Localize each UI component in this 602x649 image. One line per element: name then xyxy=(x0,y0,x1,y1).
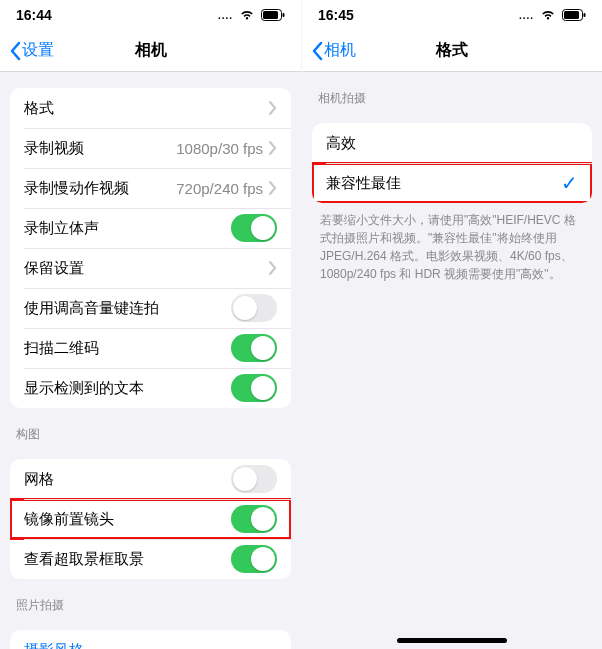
row-live-text[interactable]: 显示检测到的文本 xyxy=(10,368,291,408)
row-label: 查看超取景框取景 xyxy=(24,550,231,569)
row-label: 镜像前置镜头 xyxy=(24,510,231,529)
toggle-live-text[interactable] xyxy=(231,374,277,402)
status-time: 16:45 xyxy=(318,7,354,23)
row-label: 高效 xyxy=(326,134,578,153)
svg-rect-4 xyxy=(564,11,579,19)
row-volume-burst[interactable]: 使用调高音量键连拍 xyxy=(10,288,291,328)
content[interactable]: 格式 录制视频 1080p/30 fps 录制慢动作视频 720p/240 fp… xyxy=(0,72,301,649)
format-list: 高效 兼容性最佳 ✓ xyxy=(312,123,592,203)
chevron-right-icon xyxy=(269,141,277,155)
toggle-volume-burst[interactable] xyxy=(231,294,277,322)
settings-list-3: 摄影风格 xyxy=(10,630,291,649)
row-view-outside-frame[interactable]: 查看超取景框取景 xyxy=(10,539,291,579)
group-header-capture: 相机拍摄 xyxy=(302,72,602,113)
row-label: 兼容性最佳 xyxy=(326,174,561,193)
row-mirror-front[interactable]: 镜像前置镜头 xyxy=(10,499,291,539)
svg-rect-2 xyxy=(283,13,285,17)
toggle-grid[interactable] xyxy=(231,465,277,493)
row-label: 摄影风格 xyxy=(24,641,277,650)
format-settings-screen: 16:45 .... 相机 格式 相机拍摄 高效 兼容性最佳 ✓ 若要缩小文件大… xyxy=(301,0,602,649)
chevron-right-icon xyxy=(269,261,277,275)
toggle-scan-qr[interactable] xyxy=(231,334,277,362)
settings-list-1: 格式 录制视频 1080p/30 fps 录制慢动作视频 720p/240 fp… xyxy=(10,88,291,408)
wifi-icon xyxy=(540,9,556,21)
chevron-right-icon xyxy=(269,181,277,195)
toggle-stereo[interactable] xyxy=(231,214,277,242)
status-icons: .... xyxy=(218,9,285,21)
checkmark-icon: ✓ xyxy=(561,171,578,195)
row-stereo[interactable]: 录制立体声 xyxy=(10,208,291,248)
row-label: 录制视频 xyxy=(24,139,176,158)
svg-rect-5 xyxy=(584,13,586,17)
wifi-icon xyxy=(239,9,255,21)
row-label: 扫描二维码 xyxy=(24,339,231,358)
status-bar: 16:45 .... xyxy=(302,0,602,30)
row-grid[interactable]: 网格 xyxy=(10,459,291,499)
row-label: 格式 xyxy=(24,99,269,118)
camera-settings-screen: 16:44 .... 设置 相机 格式 录制视频 1080p/30 fps 录制 xyxy=(0,0,301,649)
footer-text: 若要缩小文件大小，请使用"高效"HEIF/HEVC 格式拍摄照片和视频。"兼容性… xyxy=(302,203,602,283)
row-high-efficiency[interactable]: 高效 xyxy=(312,123,592,163)
row-label: 网格 xyxy=(24,470,231,489)
row-preserve[interactable]: 保留设置 xyxy=(10,248,291,288)
row-label: 录制立体声 xyxy=(24,219,231,238)
cell-signal-icon: .... xyxy=(218,10,233,21)
row-label: 使用调高音量键连拍 xyxy=(24,299,231,318)
row-record-video[interactable]: 录制视频 1080p/30 fps xyxy=(10,128,291,168)
row-detail: 1080p/30 fps xyxy=(176,140,263,157)
svg-rect-1 xyxy=(263,11,278,19)
battery-icon xyxy=(562,9,586,21)
back-button[interactable]: 相机 xyxy=(310,40,356,61)
row-record-slomo[interactable]: 录制慢动作视频 720p/240 fps xyxy=(10,168,291,208)
row-detail: 720p/240 fps xyxy=(176,180,263,197)
status-time: 16:44 xyxy=(16,7,52,23)
home-indicator[interactable] xyxy=(397,638,507,643)
chevron-left-icon xyxy=(310,41,324,61)
toggle-view-outside-frame[interactable] xyxy=(231,545,277,573)
nav-bar: 设置 相机 xyxy=(0,30,301,72)
toggle-mirror-front[interactable] xyxy=(231,505,277,533)
row-label: 录制慢动作视频 xyxy=(24,179,176,198)
back-button[interactable]: 设置 xyxy=(8,40,54,61)
group-header-photo: 照片拍摄 xyxy=(0,579,301,620)
battery-icon xyxy=(261,9,285,21)
row-format[interactable]: 格式 xyxy=(10,88,291,128)
group-header-composition: 构图 xyxy=(0,408,301,449)
status-icons: .... xyxy=(519,9,586,21)
settings-list-2: 网格 镜像前置镜头 查看超取景框取景 xyxy=(10,459,291,579)
back-label: 相机 xyxy=(324,40,356,61)
row-photo-styles[interactable]: 摄影风格 xyxy=(10,630,291,649)
row-scan-qr[interactable]: 扫描二维码 xyxy=(10,328,291,368)
chevron-left-icon xyxy=(8,41,22,61)
content[interactable]: 相机拍摄 高效 兼容性最佳 ✓ 若要缩小文件大小，请使用"高效"HEIF/HEV… xyxy=(302,72,602,649)
status-bar: 16:44 .... xyxy=(0,0,301,30)
cell-signal-icon: .... xyxy=(519,10,534,21)
row-label: 显示检测到的文本 xyxy=(24,379,231,398)
back-label: 设置 xyxy=(22,40,54,61)
nav-bar: 相机 格式 xyxy=(302,30,602,72)
chevron-right-icon xyxy=(269,101,277,115)
row-most-compatible[interactable]: 兼容性最佳 ✓ xyxy=(312,163,592,203)
row-label: 保留设置 xyxy=(24,259,269,278)
